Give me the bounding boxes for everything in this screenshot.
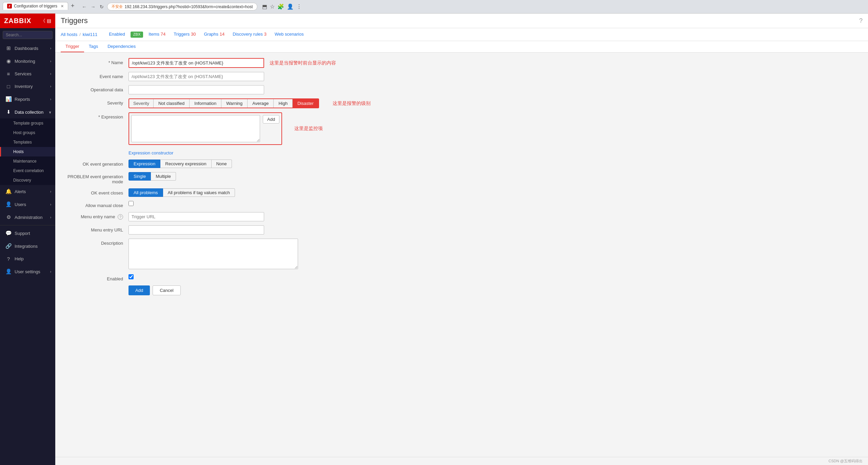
sidebar-search-input[interactable]	[3, 31, 53, 39]
menu-entry-url-input[interactable]	[129, 225, 264, 235]
severity-static-label: Severity	[129, 99, 154, 108]
event-name-field	[129, 72, 863, 81]
url-box[interactable]: 不安全 192.168.234.33/triggers.php?hostid=1…	[107, 3, 257, 11]
severity-information[interactable]: Information	[190, 99, 221, 108]
severity-label: Severity	[61, 98, 129, 106]
sidebar-subitem-maintenance[interactable]: Maintenance	[0, 156, 55, 166]
menu-entry-name-input[interactable]	[129, 212, 264, 221]
add-button[interactable]: Add	[129, 285, 150, 295]
problem-mode-field: Single Multiple	[129, 172, 863, 181]
menu-entry-name-help-icon[interactable]: ?	[118, 214, 123, 220]
sidebar-subitem-hosts[interactable]: Hosts	[0, 147, 55, 156]
sidebar-item-administration[interactable]: ⚙ Administration ›	[0, 211, 55, 224]
tab-dependencies[interactable]: Dependencies	[103, 41, 140, 52]
name-input[interactable]	[129, 58, 264, 68]
severity-high[interactable]: High	[274, 99, 293, 108]
active-tab[interactable]: Z Configuration of triggers ✕	[3, 2, 68, 10]
tab-title: Configuration of triggers	[14, 4, 57, 8]
sidebar-item-label: Help	[15, 256, 24, 261]
tab-tags[interactable]: Tags	[84, 41, 103, 52]
profile-icon[interactable]: 👤	[287, 3, 294, 10]
bc-tab-zbx[interactable]: ZBX	[131, 32, 143, 38]
ok-event-expression[interactable]: Expression	[129, 160, 160, 168]
expression-input[interactable]	[131, 115, 260, 142]
enabled-checkbox[interactable]	[129, 274, 134, 279]
problem-mode-single[interactable]: Single	[129, 172, 151, 181]
ok-closes-tag-match[interactable]: All problems if tag values match	[163, 188, 235, 197]
tab-trigger[interactable]: Trigger	[61, 41, 84, 52]
sidebar-item-inventory[interactable]: □ Inventory ›	[0, 80, 55, 93]
severity-average[interactable]: Average	[248, 99, 274, 108]
description-row: Description	[61, 239, 863, 270]
forward-button[interactable]: →	[90, 3, 97, 10]
allow-manual-close-row: Allow manual close	[61, 201, 863, 208]
sidebar-subitem-templates[interactable]: Templates	[0, 137, 55, 147]
description-field	[129, 239, 863, 270]
severity-buttons: Severity Not classified Information Warn…	[129, 98, 319, 108]
subitem-label: Templates	[13, 140, 32, 145]
ok-closes-all-problems[interactable]: All problems	[129, 188, 163, 197]
severity-warning[interactable]: Warning	[221, 99, 248, 108]
ok-event-none[interactable]: None	[212, 160, 232, 168]
translate-icon[interactable]: ⬒	[262, 3, 267, 10]
breadcrumb-all-hosts[interactable]: All hosts	[61, 32, 77, 37]
back-button[interactable]: ←	[81, 3, 88, 10]
severity-disaster[interactable]: Disaster	[293, 99, 318, 108]
support-icon: 💬	[5, 230, 12, 236]
ok-event-recovery[interactable]: Recovery expression	[160, 160, 211, 168]
ok-closes-row: OK event closes All problems All problem…	[61, 188, 863, 197]
sidebar-item-dashboards[interactable]: ⊞ Dashboards ›	[0, 42, 55, 55]
allow-manual-close-checkbox[interactable]	[129, 201, 134, 206]
administration-icon: ⚙	[5, 214, 12, 220]
bc-tab-discovery[interactable]: Discovery rules 3	[229, 30, 271, 39]
address-bar: ← → ↻ 不安全 192.168.234.33/triggers.php?ho…	[78, 2, 304, 11]
services-icon: ≡	[5, 71, 12, 77]
reload-button[interactable]: ↻	[98, 3, 105, 10]
menu-icon[interactable]: ⋮	[296, 3, 302, 10]
operational-data-input[interactable]	[129, 85, 264, 94]
collapse-icon[interactable]: 《	[41, 18, 45, 24]
subitem-label: Host groups	[13, 130, 35, 135]
sidebar-item-user-settings[interactable]: 👤 User settings ›	[0, 265, 55, 278]
expression-add-button[interactable]: Add	[263, 115, 279, 124]
sidebar-item-reports[interactable]: 📊 Reports ›	[0, 93, 55, 106]
event-name-input[interactable]	[129, 72, 264, 81]
extensions-icon[interactable]: 🧩	[277, 3, 284, 10]
bc-tab-items[interactable]: Items 74	[144, 30, 170, 39]
sidebar-item-help[interactable]: ? Help	[0, 253, 55, 265]
breadcrumb-host[interactable]: kiwi111	[83, 32, 97, 37]
bc-triggers-count: 30	[191, 32, 196, 37]
sidebar-item-monitoring[interactable]: ◉ Monitoring ›	[0, 55, 55, 68]
bc-tab-graphs[interactable]: Graphs 14	[200, 30, 229, 39]
expression-constructor-field: Expression constructor	[129, 149, 863, 155]
sidebar-item-services[interactable]: ≡ Services ›	[0, 68, 55, 80]
enabled-field	[129, 274, 863, 280]
sidebar-item-data-collection[interactable]: ⬇ Data collection ∨	[0, 106, 55, 118]
problem-mode-multiple[interactable]: Multiple	[151, 172, 176, 181]
url-text: 192.168.234.33/triggers.php?hostid=10593…	[125, 4, 253, 9]
sidebar-subitem-discovery[interactable]: Discovery	[0, 175, 55, 185]
expression-row: * Expression Add 这里是监控项	[61, 112, 863, 145]
cancel-button[interactable]: Cancel	[153, 285, 180, 295]
new-tab-button[interactable]: +	[70, 2, 76, 10]
pin-icon[interactable]: ▤	[47, 18, 51, 24]
bc-tab-enabled[interactable]: Enabled	[105, 30, 129, 39]
sidebar-item-users[interactable]: 👤 Users ›	[0, 198, 55, 211]
sidebar-item-support[interactable]: 💬 Support	[0, 227, 55, 240]
page-help-icon[interactable]: ?	[859, 17, 863, 24]
tab-close-icon[interactable]: ✕	[61, 4, 64, 8]
expression-constructor-link[interactable]: Expression constructor	[129, 150, 173, 155]
menu-entry-url-field	[129, 225, 863, 235]
sidebar-subitem-host-groups[interactable]: Host groups	[0, 128, 55, 137]
bc-tab-web[interactable]: Web scenarios	[271, 30, 308, 39]
sidebar-subitem-template-groups[interactable]: Template groups	[0, 118, 55, 128]
bc-tab-triggers[interactable]: Triggers 30	[170, 30, 200, 39]
sidebar-subitem-event-correlation[interactable]: Event correlation	[0, 166, 55, 175]
chevron-down-icon: ›	[50, 85, 51, 88]
sidebar-item-label: Inventory	[15, 84, 33, 89]
sidebar-item-alerts[interactable]: 🔔 Alerts ›	[0, 185, 55, 198]
bookmark-icon[interactable]: ☆	[270, 3, 275, 10]
sidebar-item-integrations[interactable]: 🔗 Integrations	[0, 240, 55, 253]
severity-not-classified[interactable]: Not classified	[154, 99, 190, 108]
description-textarea[interactable]	[129, 239, 298, 269]
